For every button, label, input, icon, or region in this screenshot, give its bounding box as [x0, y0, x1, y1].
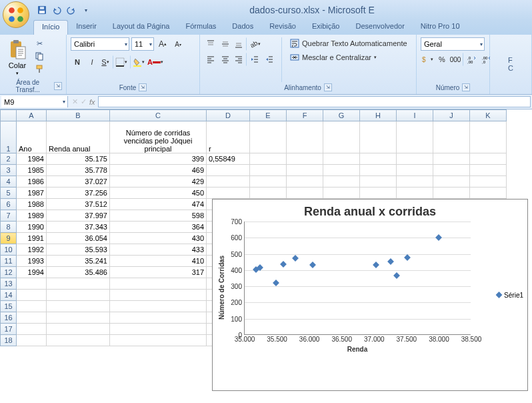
cell[interactable] — [207, 176, 250, 187]
cell[interactable] — [470, 165, 507, 176]
cell[interactable] — [250, 153, 287, 165]
dialog-launcher-icon[interactable]: ⇲ — [324, 83, 332, 91]
cell[interactable]: 1988 — [17, 199, 47, 210]
cell[interactable] — [287, 176, 323, 187]
formula-input[interactable] — [98, 96, 531, 107]
undo-icon[interactable] — [51, 4, 63, 16]
cell[interactable] — [397, 121, 433, 153]
cell[interactable]: 36.054 — [47, 233, 110, 244]
row-header[interactable]: 15 — [1, 301, 17, 312]
tab-nitro[interactable]: Nitro Pro 10 — [413, 20, 468, 35]
italic-button[interactable]: I — [85, 55, 99, 69]
redo-icon[interactable] — [65, 4, 77, 16]
cell[interactable] — [287, 153, 323, 165]
row-header[interactable]: 4 — [1, 176, 17, 187]
cell[interactable]: 37.343 — [47, 222, 110, 233]
cell[interactable] — [433, 176, 470, 187]
row-header[interactable]: 5 — [1, 187, 17, 199]
cell[interactable] — [433, 121, 470, 153]
cell[interactable] — [110, 290, 207, 301]
column-header[interactable]: F — [287, 110, 323, 121]
row-header[interactable]: 2 — [1, 153, 17, 165]
cell[interactable]: 450 — [110, 187, 207, 199]
cell[interactable] — [360, 176, 397, 187]
tab-desenvolvedor[interactable]: Desenvolvedor — [347, 20, 412, 35]
format-painter-icon[interactable] — [33, 63, 45, 75]
cell[interactable] — [17, 312, 47, 324]
row-header[interactable]: 7 — [1, 210, 17, 222]
cell[interactable] — [110, 312, 207, 324]
cell[interactable] — [323, 187, 360, 199]
cell[interactable]: 35.241 — [47, 256, 110, 267]
cell[interactable]: 35.175 — [47, 153, 110, 165]
cut-icon[interactable]: ✂ — [33, 37, 45, 49]
cell[interactable]: 37.027 — [47, 176, 110, 187]
cell[interactable] — [470, 187, 507, 199]
cell[interactable]: 1984 — [17, 153, 47, 165]
cell[interactable] — [360, 165, 397, 176]
border-icon[interactable]: ▾ — [115, 55, 131, 69]
cell[interactable]: 399 — [110, 153, 207, 165]
cell[interactable] — [323, 165, 360, 176]
column-header[interactable]: C — [110, 110, 207, 121]
cell[interactable] — [433, 165, 470, 176]
cell[interactable]: 410 — [110, 256, 207, 267]
cell[interactable]: r — [207, 121, 250, 153]
cell[interactable] — [110, 278, 207, 290]
tab-inserir[interactable]: Inserir — [68, 20, 105, 35]
cell[interactable]: 1994 — [17, 267, 47, 278]
tab-formulas[interactable]: Fórmulas — [178, 20, 225, 35]
row-header[interactable]: 13 — [1, 278, 17, 290]
row-header[interactable]: 17 — [1, 324, 17, 335]
column-header[interactable]: A — [17, 110, 47, 121]
cell[interactable] — [17, 290, 47, 301]
cell[interactable] — [17, 324, 47, 335]
underline-button[interactable]: S ▾ — [100, 55, 113, 69]
cell[interactable] — [470, 121, 507, 153]
cell[interactable] — [47, 290, 110, 301]
tab-exibicao[interactable]: Exibição — [304, 20, 348, 35]
cell[interactable] — [47, 335, 110, 346]
column-header[interactable]: I — [397, 110, 433, 121]
number-format-combo[interactable]: Geral — [421, 37, 485, 51]
cell[interactable]: Ano — [17, 121, 47, 153]
cell[interactable] — [397, 165, 433, 176]
align-bottom-icon[interactable] — [233, 37, 247, 51]
cell[interactable]: Renda anual — [47, 121, 110, 153]
cell[interactable] — [250, 165, 287, 176]
row-header[interactable]: 16 — [1, 312, 17, 324]
align-right-icon[interactable] — [233, 53, 247, 66]
cell[interactable] — [17, 335, 47, 346]
paste-button[interactable]: Colar ▾ — [4, 37, 31, 77]
cell[interactable]: 1993 — [17, 256, 47, 267]
worksheet-grid[interactable]: ABCDEFGHIJK 1AnoRenda anualNúmero de cor… — [0, 109, 532, 346]
increase-indent-icon[interactable] — [263, 53, 276, 66]
cell[interactable]: 1990 — [17, 222, 47, 233]
row-header[interactable]: 8 — [1, 222, 17, 233]
decrease-indent-icon[interactable] — [248, 53, 261, 66]
row-header[interactable]: 9 — [1, 233, 17, 244]
font-name-combo[interactable]: Calibri — [71, 37, 129, 51]
row-header[interactable]: 3 — [1, 165, 17, 176]
cell[interactable] — [110, 335, 207, 346]
align-center-icon[interactable] — [219, 53, 232, 66]
align-top-icon[interactable] — [204, 37, 217, 51]
cell[interactable]: 1992 — [17, 244, 47, 256]
cell[interactable]: 1986 — [17, 176, 47, 187]
cell[interactable] — [433, 153, 470, 165]
dialog-launcher-icon[interactable]: ⇲ — [462, 83, 470, 91]
cell[interactable] — [17, 301, 47, 312]
cell[interactable]: 1987 — [17, 187, 47, 199]
increase-decimal-icon[interactable]: ,0,00 — [465, 53, 478, 66]
cell[interactable] — [250, 121, 287, 153]
column-header[interactable]: B — [47, 110, 110, 121]
cell[interactable] — [323, 176, 360, 187]
cell[interactable] — [287, 165, 323, 176]
cell[interactable] — [207, 165, 250, 176]
enter-formula-icon[interactable]: ✓ — [81, 97, 87, 106]
font-size-combo[interactable]: 11 — [131, 37, 154, 51]
merge-center-button[interactable]: Mesclar e Centralizar ▾ — [287, 51, 410, 63]
dialog-launcher-icon[interactable]: ⇲ — [139, 83, 147, 91]
column-header[interactable]: H — [360, 110, 397, 121]
comma-icon[interactable]: 000 — [450, 53, 463, 66]
